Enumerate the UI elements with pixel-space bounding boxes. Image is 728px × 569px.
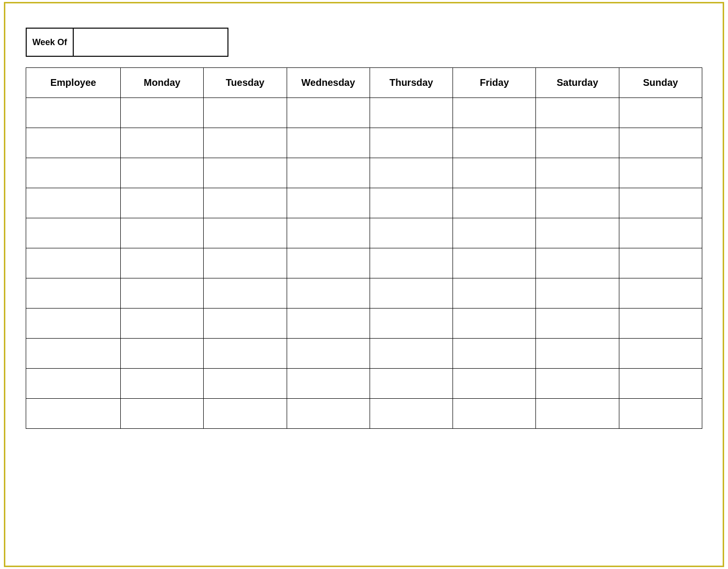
cell-tuesday[interactable]: [204, 369, 287, 399]
cell-wednesday[interactable]: [287, 399, 370, 429]
cell-friday[interactable]: [453, 339, 536, 369]
cell-wednesday[interactable]: [287, 278, 370, 309]
cell-sunday[interactable]: [619, 278, 702, 309]
cell-tuesday[interactable]: [204, 158, 287, 188]
cell-employee[interactable]: [26, 399, 121, 429]
cell-saturday[interactable]: [536, 309, 619, 339]
cell-tuesday[interactable]: [204, 218, 287, 248]
cell-wednesday[interactable]: [287, 369, 370, 399]
cell-sunday[interactable]: [619, 309, 702, 339]
cell-saturday[interactable]: [536, 188, 619, 218]
cell-friday[interactable]: [453, 128, 536, 158]
cell-saturday[interactable]: [536, 248, 619, 278]
cell-friday[interactable]: [453, 188, 536, 218]
cell-employee[interactable]: [26, 158, 121, 188]
cell-saturday[interactable]: [536, 158, 619, 188]
cell-monday[interactable]: [121, 218, 204, 248]
cell-wednesday[interactable]: [287, 98, 370, 128]
cell-wednesday[interactable]: [287, 339, 370, 369]
cell-sunday[interactable]: [619, 399, 702, 429]
cell-employee[interactable]: [26, 278, 121, 309]
cell-employee[interactable]: [26, 309, 121, 339]
cell-saturday[interactable]: [536, 128, 619, 158]
cell-saturday[interactable]: [536, 339, 619, 369]
table-row: [26, 98, 702, 128]
cell-friday[interactable]: [453, 248, 536, 278]
table-row: [26, 248, 702, 278]
cell-sunday[interactable]: [619, 248, 702, 278]
cell-thursday[interactable]: [370, 248, 453, 278]
cell-tuesday[interactable]: [204, 98, 287, 128]
cell-thursday[interactable]: [370, 369, 453, 399]
cell-wednesday[interactable]: [287, 128, 370, 158]
cell-monday[interactable]: [121, 128, 204, 158]
cell-employee[interactable]: [26, 218, 121, 248]
table-row: [26, 369, 702, 399]
cell-friday[interactable]: [453, 309, 536, 339]
cell-tuesday[interactable]: [204, 278, 287, 309]
cell-monday[interactable]: [121, 309, 204, 339]
week-of-value[interactable]: [74, 29, 227, 56]
cell-monday[interactable]: [121, 188, 204, 218]
table-row: [26, 158, 702, 188]
cell-monday[interactable]: [121, 339, 204, 369]
cell-wednesday[interactable]: [287, 309, 370, 339]
cell-thursday[interactable]: [370, 128, 453, 158]
cell-wednesday[interactable]: [287, 188, 370, 218]
cell-monday[interactable]: [121, 369, 204, 399]
cell-friday[interactable]: [453, 278, 536, 309]
cell-friday[interactable]: [453, 399, 536, 429]
col-header-sunday: Sunday: [619, 68, 702, 98]
cell-sunday[interactable]: [619, 158, 702, 188]
cell-tuesday[interactable]: [204, 188, 287, 218]
cell-monday[interactable]: [121, 399, 204, 429]
cell-employee[interactable]: [26, 369, 121, 399]
cell-sunday[interactable]: [619, 369, 702, 399]
cell-sunday[interactable]: [619, 188, 702, 218]
cell-monday[interactable]: [121, 98, 204, 128]
table-row: [26, 218, 702, 248]
cell-employee[interactable]: [26, 98, 121, 128]
cell-thursday[interactable]: [370, 339, 453, 369]
cell-monday[interactable]: [121, 278, 204, 309]
cell-wednesday[interactable]: [287, 248, 370, 278]
page-container: Week Of Employee Monday Tuesday Wednesda…: [4, 2, 724, 567]
cell-tuesday[interactable]: [204, 399, 287, 429]
cell-monday[interactable]: [121, 248, 204, 278]
cell-tuesday[interactable]: [204, 128, 287, 158]
cell-tuesday[interactable]: [204, 248, 287, 278]
cell-saturday[interactable]: [536, 218, 619, 248]
cell-tuesday[interactable]: [204, 339, 287, 369]
cell-employee[interactable]: [26, 339, 121, 369]
col-header-saturday: Saturday: [536, 68, 619, 98]
week-of-label: Week Of: [27, 29, 74, 56]
cell-employee[interactable]: [26, 188, 121, 218]
cell-saturday[interactable]: [536, 278, 619, 309]
cell-thursday[interactable]: [370, 278, 453, 309]
cell-employee[interactable]: [26, 248, 121, 278]
cell-thursday[interactable]: [370, 98, 453, 128]
cell-employee[interactable]: [26, 128, 121, 158]
cell-thursday[interactable]: [370, 399, 453, 429]
cell-sunday[interactable]: [619, 98, 702, 128]
cell-friday[interactable]: [453, 98, 536, 128]
table-row: [26, 278, 702, 309]
cell-thursday[interactable]: [370, 188, 453, 218]
cell-thursday[interactable]: [370, 309, 453, 339]
cell-thursday[interactable]: [370, 158, 453, 188]
cell-wednesday[interactable]: [287, 158, 370, 188]
cell-friday[interactable]: [453, 218, 536, 248]
cell-sunday[interactable]: [619, 218, 702, 248]
cell-wednesday[interactable]: [287, 218, 370, 248]
cell-thursday[interactable]: [370, 218, 453, 248]
cell-saturday[interactable]: [536, 399, 619, 429]
cell-tuesday[interactable]: [204, 309, 287, 339]
cell-sunday[interactable]: [619, 128, 702, 158]
cell-saturday[interactable]: [536, 98, 619, 128]
header-row: Employee Monday Tuesday Wednesday Thursd…: [26, 68, 702, 98]
cell-sunday[interactable]: [619, 339, 702, 369]
cell-saturday[interactable]: [536, 369, 619, 399]
cell-monday[interactable]: [121, 158, 204, 188]
cell-friday[interactable]: [453, 369, 536, 399]
cell-friday[interactable]: [453, 158, 536, 188]
